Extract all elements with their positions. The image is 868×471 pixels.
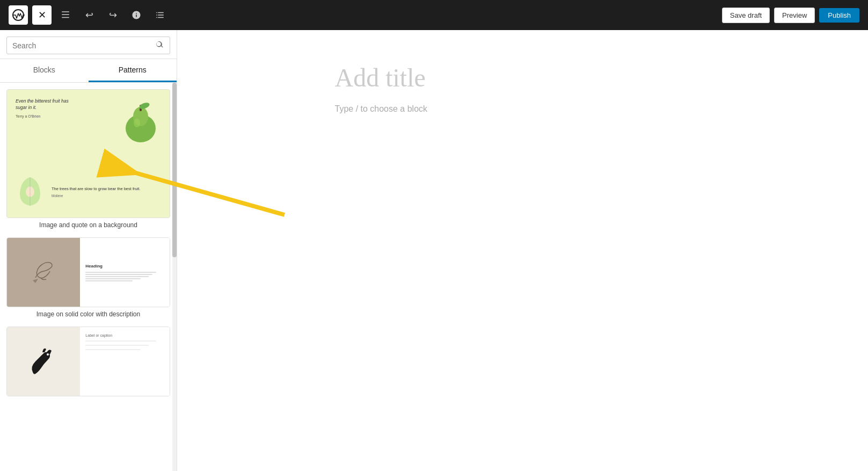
pattern2-label: Image on solid color with description (6, 310, 170, 318)
pattern2-line-4 (85, 278, 141, 279)
svg-point-9 (47, 353, 49, 356)
pattern3-line-3 (85, 349, 141, 350)
pattern2-text-area: Heading (80, 238, 170, 307)
svg-point-3 (134, 119, 140, 127)
close-button[interactable]: ✕ (32, 5, 52, 25)
search-icon[interactable] (156, 40, 164, 50)
toolbar-right: Save draft Preview Publish (722, 8, 859, 23)
sidebar-scrollbar-thumb[interactable] (172, 83, 177, 257)
editor-title-placeholder[interactable]: Add title (335, 62, 711, 93)
editor-area[interactable]: Add title Type / to choose a block (177, 30, 868, 471)
pattern-card-3[interactable]: Label or caption (6, 327, 170, 396)
search-input[interactable] (12, 41, 151, 50)
info-button[interactable] (127, 5, 146, 25)
pear-whole-image (121, 95, 161, 146)
wp-logo[interactable] (9, 5, 28, 25)
pattern-card-1[interactable]: Even the bitterest fruit has sugar in it… (6, 89, 170, 229)
tab-patterns[interactable]: Patterns (89, 59, 177, 82)
main-layout: Blocks Patterns Even the bitterest fruit… (0, 30, 868, 471)
pattern1-quote: Even the bitterest fruit has sugar in it… (16, 98, 75, 111)
pattern1-author: Terry a O'Brien (16, 114, 75, 118)
publish-button[interactable]: Publish (819, 8, 859, 23)
tabs: Blocks Patterns (0, 59, 177, 83)
sidebar-scrollbar-track (172, 83, 177, 471)
pattern1-body-source: Moliere (52, 194, 161, 198)
undo-button[interactable]: ↩ (79, 5, 99, 25)
pattern3-line-2 (85, 345, 148, 346)
sidebar-scroll[interactable]: Even the bitterest fruit has sugar in it… (0, 83, 177, 403)
pattern1-label: Image and quote on a background (6, 221, 170, 229)
editor-block-placeholder[interactable]: Type / to choose a block (335, 104, 711, 114)
tools-button[interactable] (56, 5, 75, 25)
pattern3-text-area: Label or caption (80, 327, 170, 396)
pattern3-lines (85, 339, 164, 351)
list-view-button[interactable] (150, 5, 170, 25)
pattern2-line-2 (85, 274, 152, 275)
pattern2-preview: Heading (6, 237, 170, 307)
pattern2-line-3 (85, 276, 148, 277)
pattern3-preview: Label or caption (6, 327, 170, 396)
pattern2-title: Heading (85, 264, 164, 269)
pattern3-label-text: Label or caption (85, 334, 164, 337)
pear-cut-image (16, 175, 45, 209)
pattern3-image-area (7, 327, 80, 396)
editor-content: Add title Type / to choose a block (335, 62, 711, 439)
pattern1-body-text: The trees that are slow to grow bear the… (52, 186, 161, 192)
toolbar: ✕ ↩ ↪ Save draft Preview Publish (0, 0, 868, 30)
search-box (6, 37, 170, 54)
pattern-list: Even the bitterest fruit has sugar in it… (0, 83, 177, 403)
pattern2-line-1 (85, 272, 156, 273)
sidebar: Blocks Patterns Even the bitterest fruit… (0, 30, 177, 471)
redo-button[interactable]: ↪ (103, 5, 122, 25)
pattern3-line-1 (85, 340, 156, 342)
pattern-card-2[interactable]: Heading Image on solid color wi (6, 237, 170, 318)
pattern2-lines (85, 272, 164, 281)
save-draft-button[interactable]: Save draft (722, 8, 770, 23)
preview-button[interactable]: Preview (774, 8, 815, 23)
pattern2-image-area (7, 238, 80, 307)
search-area (0, 30, 177, 59)
pattern1-preview: Even the bitterest fruit has sugar in it… (6, 89, 170, 218)
pattern2-line-5 (85, 280, 133, 281)
tab-blocks[interactable]: Blocks (0, 59, 89, 82)
